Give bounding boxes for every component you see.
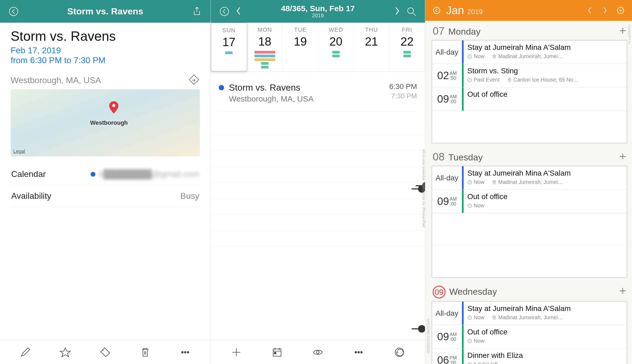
day-header: 07 Monday +	[432, 21, 627, 40]
agenda-list: 07 Monday + All-day Stay at Jumeirah Min…	[425, 21, 632, 364]
agenda-slot[interactable]: All-day Stay at Jumeirah Mina A'SalamNow…	[432, 41, 627, 64]
event-location: Westborough, MA, USA	[11, 75, 101, 85]
svg-point-10	[355, 351, 356, 353]
availability-value: Busy	[180, 191, 199, 201]
edit-button[interactable]	[18, 345, 33, 360]
tag-button[interactable]	[98, 345, 113, 360]
day-cell[interactable]: MON18	[247, 23, 283, 71]
day-box: All-day Stay at Jumeirah Mina A'SalamNow…	[432, 301, 627, 364]
calendar-email: k████████@gmail.com	[99, 169, 199, 179]
delete-button[interactable]	[138, 345, 153, 360]
event-time: from 6:30 PM to 7:30 PM	[11, 55, 200, 65]
scroll-handle[interactable]	[418, 325, 426, 333]
favorite-button[interactable]	[58, 345, 73, 360]
directions-button[interactable]	[188, 74, 200, 87]
event-color-dot	[219, 85, 224, 90]
availability-row[interactable]: Availability Busy	[11, 185, 200, 207]
next-button[interactable]	[599, 4, 611, 17]
agenda-slot[interactable]: 06PM:00 Dinner with Eliza6 hr(s) left	[432, 349, 627, 364]
day-header: 09 Wednesday +	[432, 281, 627, 301]
svg-point-2	[181, 351, 183, 353]
back-button[interactable]	[431, 4, 443, 17]
back-button[interactable]	[6, 4, 21, 19]
more-button[interactable]	[351, 345, 366, 360]
event-date: Feb 17, 2019	[11, 46, 200, 55]
day-cell[interactable]: FRI22	[390, 23, 425, 71]
svg-point-3	[184, 351, 186, 353]
prev-day-button[interactable]	[232, 7, 246, 16]
agenda-slot[interactable]: All-day Stay at Jumeirah Mina A'SalamNow…	[432, 166, 627, 190]
day-box: All-day Stay at Jumeirah Mina A'SalamNow…	[432, 166, 627, 278]
svg-point-0	[9, 7, 18, 16]
more-button[interactable]	[178, 345, 193, 360]
svg-point-11	[358, 351, 359, 353]
svg-point-1	[112, 104, 115, 107]
dropdown-button[interactable]	[614, 4, 627, 17]
year-label: 2019	[467, 8, 483, 16]
map-preview[interactable]: Westborough Legal	[11, 89, 200, 156]
svg-point-17	[494, 55, 495, 56]
svg-rect-8	[274, 352, 276, 354]
svg-point-24	[494, 317, 495, 318]
svg-point-21	[494, 181, 495, 182]
view-button[interactable]	[310, 345, 325, 360]
day-cell[interactable]: THU21	[354, 23, 390, 71]
map-pin-label: Westborough	[90, 119, 128, 126]
svg-point-14	[434, 7, 440, 14]
calendar-color-dot	[91, 172, 95, 177]
add-event-button[interactable]: +	[619, 284, 626, 297]
day-cell[interactable]: WED20	[318, 23, 354, 71]
agenda-slot[interactable]: 09AM:00 Out of office	[432, 87, 627, 111]
week-strip: SUN17MON18TUE19WED20THU21FRI22	[211, 23, 425, 72]
svg-point-12	[360, 351, 362, 353]
day-box: All-day Stay at Jumeirah Mina A'SalamNow…	[432, 40, 627, 143]
next-day-button[interactable]	[390, 7, 404, 16]
agenda-slot[interactable]: 02AM:50 Storm vs. StingPast EventCanton …	[432, 64, 627, 87]
back-button[interactable]	[217, 4, 232, 19]
share-button[interactable]	[190, 4, 204, 19]
undo-button[interactable]	[392, 345, 407, 360]
add-button[interactable]	[229, 345, 244, 360]
today-button[interactable]	[270, 345, 285, 360]
map-legal-link[interactable]: Legal	[13, 149, 25, 154]
agenda-slot[interactable]: 09AM:00 Out of officeNow	[432, 190, 627, 213]
agenda-slot[interactable]: All-day Stay at Jumeirah Mina A'SalamNow…	[432, 302, 627, 325]
add-event-button[interactable]: +	[619, 24, 626, 37]
header-title: Storm vs. Ravens	[21, 6, 190, 17]
event-list: Storm vs. RavensWestborough, MA, USA 6:3…	[211, 72, 425, 119]
event-item[interactable]: Storm vs. RavensWestborough, MA, USA 6:3…	[219, 79, 417, 112]
prev-button[interactable]	[584, 4, 596, 17]
svg-point-4	[187, 351, 189, 353]
add-event-button[interactable]: +	[619, 150, 626, 163]
svg-point-19	[509, 79, 510, 80]
brand-text: AWESOME CALENDAR	[426, 318, 430, 353]
date-header[interactable]: 48/365, Sun, Feb 17 2019	[246, 4, 390, 19]
agenda-slot[interactable]: 09AM:00 Out of officeNow	[432, 325, 627, 349]
search-button[interactable]	[404, 4, 419, 19]
event-title: Storm vs. Ravens	[11, 29, 200, 44]
brand-text: YUNASOFT Inc.	[628, 24, 631, 45]
map-pin-icon	[109, 101, 119, 115]
svg-point-9	[317, 351, 319, 354]
day-cell[interactable]: SUN17	[211, 23, 247, 71]
calendar-row[interactable]: Calendar k████████@gmail.com	[11, 163, 200, 185]
svg-point-6	[408, 8, 414, 14]
day-cell[interactable]: TUE19	[283, 23, 318, 71]
day-header: 08 Tuesday +	[432, 147, 627, 166]
svg-point-5	[220, 7, 229, 16]
month-label[interactable]: Jan	[446, 4, 464, 17]
